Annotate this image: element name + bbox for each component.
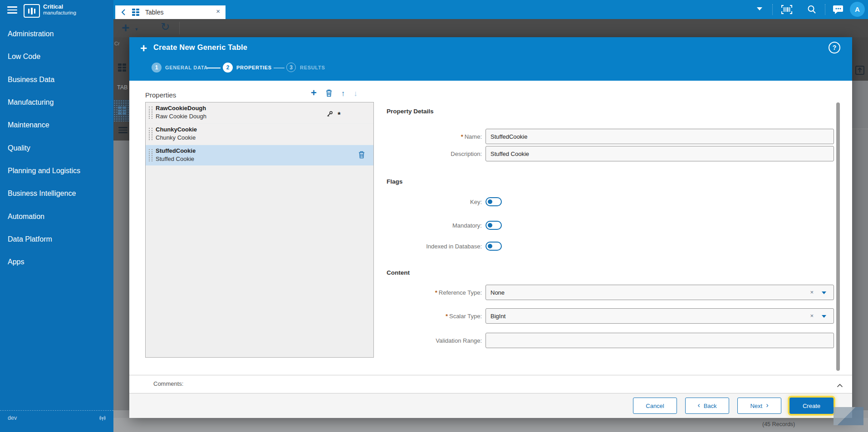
sidebar-item-planning-logistics[interactable]: Planning and Logistics — [0, 160, 113, 182]
dialog-body: Properties + ↑ ↓ RawCookieDough Raw Cook… — [129, 81, 852, 375]
brand-logo-icon[interactable] — [24, 4, 40, 18]
dropdown-caret-icon[interactable] — [822, 315, 826, 318]
section-flags: Flags — [387, 178, 402, 185]
clear-icon[interactable]: × — [810, 289, 814, 296]
required-icon: * — [446, 313, 448, 320]
sidebar-item-data-platform[interactable]: Data Platform — [0, 228, 113, 251]
sidebar-item-apps[interactable]: Apps — [0, 251, 113, 273]
step-1-circle[interactable]: 1 — [152, 63, 162, 73]
property-row-rawcookiedough[interactable]: RawCookieDough Raw Cookie Dough * — [146, 102, 373, 123]
table-header-fragment: TAB — [117, 84, 128, 91]
section-content: Content — [387, 269, 410, 276]
background-table-dimmed — [113, 141, 129, 410]
property-description: Chunky Cookie — [156, 134, 196, 141]
sidebar-item-manufacturing[interactable]: Manufacturing — [0, 91, 113, 114]
move-up-icon[interactable]: ↑ — [341, 90, 345, 97]
topbar-dropdown-icon[interactable] — [757, 7, 762, 10]
properties-panel-title: Properties — [145, 91, 176, 99]
scalar-type-select[interactable]: BigInt × — [485, 308, 834, 324]
sidebar-item-business-intelligence[interactable]: Business Intelligence — [0, 182, 113, 205]
create-button[interactable]: Create — [790, 398, 834, 414]
collapse-comments-icon[interactable] — [837, 381, 843, 389]
topbar: Tables × A — [113, 0, 868, 19]
indexed-toggle[interactable] — [485, 242, 502, 251]
cancel-button[interactable]: Cancel — [633, 398, 677, 414]
sidebar-item-business-data[interactable]: Business Data — [0, 68, 113, 91]
property-description: Stuffed Cookie — [156, 155, 194, 162]
sidebar-item-low-code[interactable]: Low Code — [0, 45, 113, 68]
app-window: Critical manufacturing Administration Lo… — [0, 0, 868, 432]
property-name: StuffedCookie — [156, 147, 196, 154]
create-caret-icon: ▾ — [135, 26, 138, 32]
comments-label: Comments: — [153, 380, 183, 387]
background-left-strip: Cr TAB — [113, 37, 129, 432]
step-1-label[interactable]: GENERAL DATA — [165, 65, 208, 70]
toolbar-label-fragment: Cr — [114, 41, 120, 46]
avatar[interactable]: A — [850, 2, 865, 17]
comments-section: Comments: — [129, 375, 852, 393]
chat-icon[interactable] — [832, 4, 844, 17]
drag-handle-icon[interactable] — [149, 149, 152, 161]
add-property-icon[interactable]: + — [311, 88, 317, 98]
reference-type-select[interactable]: None × — [485, 285, 834, 300]
connection-status-icon — [99, 415, 106, 424]
form-scrollbar[interactable] — [836, 102, 840, 371]
step-connector — [207, 68, 221, 68]
sidebar-item-administration[interactable]: Administration — [0, 23, 113, 45]
description-label: Description: — [386, 150, 482, 157]
description-field[interactable]: Stuffed Cookie — [485, 146, 834, 161]
sidebar-item-automation[interactable]: Automation — [0, 205, 113, 228]
validation-range-label: Validation Range: — [386, 337, 482, 344]
mandatory-toggle[interactable] — [485, 221, 502, 230]
brand-line1: Critical — [43, 4, 76, 10]
tab-tables[interactable]: Tables × — [115, 5, 226, 19]
delete-row-icon[interactable] — [358, 150, 365, 160]
environment-name: dev — [8, 415, 17, 421]
brand-text: Critical manufacturing — [43, 4, 76, 15]
help-icon[interactable]: ? — [829, 42, 840, 53]
properties-toolbar: + ↑ ↓ — [311, 89, 370, 98]
drag-handle-icon[interactable] — [149, 107, 152, 119]
key-toggle[interactable] — [485, 197, 502, 206]
drag-handle-icon[interactable] — [149, 128, 152, 140]
property-name: ChunkyCookie — [156, 126, 197, 133]
key-icon — [326, 111, 333, 117]
property-row-stuffedcookie[interactable]: StuffedCookie Stuffed Cookie — [146, 145, 373, 165]
sidebar-item-quality[interactable]: Quality — [0, 136, 113, 159]
key-label: Key: — [386, 199, 482, 205]
import-icon-dimmed — [855, 65, 865, 77]
indexed-label: Indexed in Database: — [386, 243, 482, 250]
validation-range-field[interactable] — [485, 333, 834, 348]
back-button[interactable]: ‹Back — [685, 398, 729, 414]
refresh-icon: ↻ — [161, 20, 170, 33]
delete-property-icon[interactable] — [325, 89, 333, 98]
property-row-chunkycookie[interactable]: ChunkyCookie Chunky Cookie — [146, 124, 373, 144]
dropdown-caret-icon[interactable] — [822, 291, 826, 294]
records-count: (45 Records) — [762, 421, 795, 427]
step-2-label[interactable]: PROPERTIES — [236, 65, 272, 70]
required-icon: * — [338, 111, 341, 120]
property-details-form: Property Details *Name: StuffedCookie De… — [386, 81, 837, 375]
toolbar-divider — [179, 22, 180, 34]
move-down-icon[interactable]: ↓ — [353, 90, 358, 97]
create-toolbar-icon: + — [122, 20, 130, 35]
hamburger-menu-icon[interactable] — [7, 6, 17, 14]
step-3-circle: 3 — [286, 63, 296, 72]
barcode-scan-icon[interactable] — [780, 4, 793, 17]
sidebar-menu: Administration Low Code Business Data Ma… — [0, 23, 113, 273]
dialog-footer: Cancel ‹Back Next› Create — [129, 393, 852, 418]
search-icon[interactable] — [807, 5, 817, 16]
tab-back-icon[interactable] — [121, 9, 126, 16]
topbar-divider — [825, 4, 825, 15]
clear-icon[interactable]: × — [810, 312, 814, 319]
name-label: *Name: — [386, 133, 482, 140]
background-selected-row — [113, 100, 129, 121]
sidebar-item-maintenance[interactable]: Maintenance — [0, 114, 113, 136]
dotted-border-fragment — [852, 129, 868, 129]
tab-close-icon[interactable]: × — [216, 7, 220, 15]
dialog-header: + Create New Generic Table ? 1 GENERAL D… — [129, 37, 852, 81]
next-button[interactable]: Next› — [737, 398, 781, 414]
name-field[interactable]: StuffedCookie — [485, 129, 834, 144]
reference-type-label: *Reference Type: — [386, 289, 482, 296]
step-2-circle[interactable]: 2 — [223, 63, 233, 73]
